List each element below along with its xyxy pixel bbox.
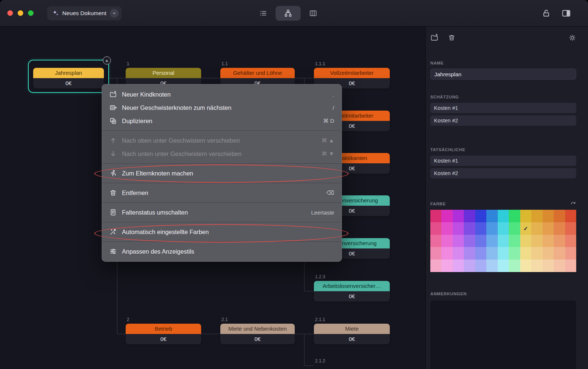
color-swatch[interactable] bbox=[509, 247, 520, 260]
color-swatch[interactable] bbox=[430, 235, 441, 247]
color-swatch[interactable] bbox=[498, 210, 509, 222]
color-swatch[interactable] bbox=[543, 235, 554, 247]
color-swatch[interactable] bbox=[464, 235, 475, 247]
color-swatch[interactable] bbox=[509, 260, 520, 272]
shuffle-colors-button[interactable] bbox=[570, 201, 576, 207]
color-swatch[interactable] bbox=[565, 235, 576, 247]
color-swatch[interactable] bbox=[430, 260, 441, 272]
add-child-button[interactable]: + bbox=[103, 56, 111, 65]
color-swatch[interactable] bbox=[486, 210, 497, 222]
color-swatch[interactable] bbox=[531, 235, 542, 247]
color-swatch[interactable] bbox=[554, 247, 565, 260]
color-swatch[interactable] bbox=[430, 222, 441, 235]
estimate-cost-1-row[interactable]: Kosten #1 bbox=[430, 103, 576, 113]
view-tree-button[interactable] bbox=[276, 6, 301, 21]
menu-item-make-parent-node[interactable]: Zum Elternknoten machen bbox=[102, 167, 342, 180]
node-arbeitslosenversicherung[interactable]: 1.2.3 Arbeitslosenversicher… 0€ bbox=[314, 281, 390, 302]
color-swatch[interactable] bbox=[441, 235, 452, 247]
menu-item-new-sibling-node[interactable]: Neuer Geschwisterknoten zum nächsten / bbox=[102, 101, 342, 114]
color-swatch[interactable] bbox=[498, 260, 509, 272]
color-swatch[interactable] bbox=[531, 222, 542, 235]
color-swatch[interactable] bbox=[498, 247, 509, 260]
menu-item-duplicate[interactable]: Duplizieren ⌘ D bbox=[102, 114, 342, 128]
color-swatch[interactable] bbox=[464, 247, 475, 260]
color-swatch[interactable] bbox=[475, 235, 486, 247]
node-miete-und-nebenkosten[interactable]: 2.1 Miete und Nebenkosten 0€ bbox=[220, 324, 295, 344]
lock-button[interactable] bbox=[542, 9, 550, 18]
color-swatch[interactable] bbox=[520, 210, 531, 222]
color-swatch[interactable] bbox=[475, 260, 486, 272]
color-swatch[interactable] bbox=[430, 247, 441, 260]
color-swatch[interactable] bbox=[453, 247, 464, 260]
color-swatch[interactable] bbox=[543, 260, 554, 272]
color-swatch[interactable] bbox=[554, 222, 565, 235]
node-jahresplan[interactable]: Jahresplan 0€ bbox=[33, 68, 104, 88]
menu-item-toggle-fold[interactable]: Faltenstatus umschalten Leertaste bbox=[102, 206, 342, 219]
actual-cost-2-row[interactable]: Kosten #2 bbox=[430, 168, 576, 178]
minimize-button[interactable] bbox=[18, 10, 23, 16]
add-child-node-button[interactable] bbox=[430, 34, 438, 42]
color-swatch[interactable] bbox=[441, 222, 452, 235]
color-swatch[interactable] bbox=[486, 235, 497, 247]
estimate-cost-2-row[interactable]: Kosten #2 bbox=[430, 115, 576, 126]
color-swatch[interactable] bbox=[486, 247, 497, 260]
view-list-button[interactable] bbox=[251, 6, 276, 21]
color-swatch[interactable] bbox=[475, 247, 486, 260]
document-menu[interactable]: Neues Dokument bbox=[47, 6, 122, 20]
color-swatch[interactable] bbox=[441, 260, 452, 272]
color-swatch[interactable] bbox=[565, 222, 576, 235]
color-swatch[interactable] bbox=[464, 210, 475, 222]
zoom-button[interactable] bbox=[28, 10, 34, 16]
node-miete[interactable]: 2.1.1 Miete 0€ bbox=[314, 324, 390, 344]
menu-item-new-child-node[interactable]: Neuer Kindknoten . bbox=[102, 88, 342, 101]
color-swatch[interactable] bbox=[475, 210, 486, 222]
color-swatch[interactable] bbox=[509, 222, 520, 235]
inspector-settings-button[interactable] bbox=[568, 34, 576, 42]
color-swatch[interactable] bbox=[464, 222, 475, 235]
color-swatch[interactable] bbox=[520, 260, 531, 272]
color-swatch[interactable] bbox=[498, 222, 509, 235]
color-swatch[interactable] bbox=[543, 222, 554, 235]
sidebar-toggle-button[interactable] bbox=[561, 8, 571, 18]
color-swatch[interactable] bbox=[543, 210, 554, 222]
color-swatch[interactable] bbox=[464, 260, 475, 272]
color-swatch[interactable] bbox=[531, 247, 542, 260]
document-menu-chevron[interactable] bbox=[110, 9, 119, 18]
color-swatch[interactable] bbox=[486, 260, 497, 272]
menu-item-adjust-display-style[interactable]: Anpassen des Anzeigestils bbox=[102, 245, 342, 258]
notes-area[interactable] bbox=[430, 300, 576, 369]
color-swatch[interactable] bbox=[543, 247, 554, 260]
color-swatch[interactable] bbox=[441, 247, 452, 260]
menu-item-auto-colors[interactable]: Automatisch eingestellte Farben bbox=[102, 225, 342, 239]
color-swatch[interactable] bbox=[498, 235, 509, 247]
color-swatch[interactable] bbox=[453, 235, 464, 247]
delete-node-button[interactable] bbox=[448, 34, 455, 41]
actual-cost-1-row[interactable]: Kosten #1 bbox=[430, 156, 576, 166]
color-swatch[interactable] bbox=[554, 235, 565, 247]
color-swatch[interactable] bbox=[565, 210, 576, 222]
color-swatch[interactable] bbox=[475, 222, 486, 235]
color-swatch[interactable] bbox=[441, 210, 452, 222]
color-swatch[interactable] bbox=[453, 260, 464, 272]
name-input[interactable] bbox=[430, 69, 576, 80]
color-swatch[interactable]: ✓ bbox=[520, 222, 531, 235]
color-swatch[interactable] bbox=[509, 235, 520, 247]
view-columns-button[interactable] bbox=[301, 6, 326, 21]
color-swatch[interactable] bbox=[565, 247, 576, 260]
color-swatch[interactable] bbox=[520, 247, 531, 260]
color-swatch[interactable] bbox=[453, 210, 464, 222]
color-swatch[interactable] bbox=[453, 222, 464, 235]
color-swatch[interactable] bbox=[531, 210, 542, 222]
close-button[interactable] bbox=[7, 10, 13, 16]
color-swatch[interactable] bbox=[509, 210, 520, 222]
color-swatch[interactable] bbox=[554, 210, 565, 222]
node-betrieb[interactable]: 2 Betrieb 0€ bbox=[126, 324, 201, 344]
color-swatch[interactable] bbox=[486, 222, 497, 235]
menu-item-remove[interactable]: Entfernen ⌫ bbox=[102, 186, 342, 199]
mindmap-canvas[interactable]: + Jahresplan 0€ 1 Personal 0€ 1.1 Gehält… bbox=[0, 27, 426, 369]
color-swatch[interactable] bbox=[531, 260, 542, 272]
color-swatch[interactable] bbox=[520, 235, 531, 247]
color-swatch[interactable] bbox=[554, 260, 565, 272]
color-swatch[interactable] bbox=[430, 210, 441, 222]
color-swatch[interactable] bbox=[565, 260, 576, 272]
